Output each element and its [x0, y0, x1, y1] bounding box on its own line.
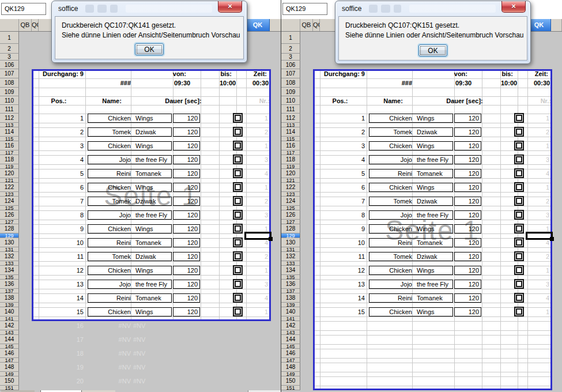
- row-header-129[interactable]: 129: [0, 233, 19, 238]
- row-header-3[interactable]: 3: [0, 54, 19, 61]
- cell-nv-a[interactable]: #NV: [103, 321, 131, 330]
- ok-button[interactable]: OK: [135, 43, 164, 55]
- row-header-127[interactable]: 127: [281, 220, 300, 224]
- row-header-117[interactable]: 117: [0, 150, 19, 155]
- row-header-118[interactable]: 118: [281, 155, 300, 164]
- row-header-110[interactable]: 110: [281, 96, 300, 105]
- row-header-138[interactable]: 138: [281, 293, 300, 303]
- row-header-110[interactable]: 110: [0, 96, 19, 105]
- cell-nv-a[interactable]: #NV: [103, 349, 131, 358]
- row-header-2[interactable]: 2: [0, 44, 19, 54]
- cell-nv-b[interactable]: #NV: [133, 349, 173, 358]
- row-header-117[interactable]: 117: [281, 150, 300, 155]
- row-header-145[interactable]: 145: [0, 344, 19, 349]
- row-header-120[interactable]: 120: [0, 169, 19, 178]
- row-header-114[interactable]: 114: [0, 127, 19, 137]
- row-header-124[interactable]: 124: [0, 197, 19, 206]
- row-header-138[interactable]: 138: [0, 293, 19, 303]
- cell-nv-pos[interactable]: 19: [55, 363, 84, 372]
- row-header-137[interactable]: 137: [0, 289, 19, 293]
- row-header-109[interactable]: 109: [281, 88, 300, 96]
- cell-nv-a[interactable]: #NV: [103, 335, 131, 344]
- row-header-140[interactable]: 140: [0, 307, 19, 316]
- row-header-134[interactable]: 134: [281, 266, 300, 275]
- dialog-titlebar[interactable]: soffice ×: [335, 1, 530, 16]
- row-header-112[interactable]: 112: [0, 114, 19, 123]
- row-header-111[interactable]: 111: [281, 105, 300, 114]
- row-header-141[interactable]: 141: [281, 316, 300, 321]
- cell-nv-b[interactable]: #NV: [133, 321, 173, 330]
- row-header-151[interactable]: 151: [0, 386, 19, 390]
- row-header-124[interactable]: 124: [281, 197, 300, 206]
- row-header-107[interactable]: 107: [281, 69, 300, 78]
- row-header-122[interactable]: 122: [0, 183, 19, 192]
- row-header-113[interactable]: 113: [281, 123, 300, 127]
- row-header-115[interactable]: 115: [281, 137, 300, 141]
- row-header-132[interactable]: 132: [0, 252, 19, 261]
- row-header-122[interactable]: 122: [281, 183, 300, 192]
- row-header-142[interactable]: 142: [281, 321, 300, 330]
- cell-nv-b[interactable]: #NV: [133, 335, 173, 344]
- row-header-131[interactable]: 131: [0, 247, 19, 252]
- row-header-3[interactable]: 3: [281, 54, 300, 61]
- row-header-2[interactable]: 2: [281, 44, 300, 54]
- row-header-139[interactable]: 139: [281, 303, 300, 307]
- row-header-106[interactable]: 106: [0, 61, 19, 69]
- row-header-150[interactable]: 150: [281, 376, 300, 386]
- cell-nv-a[interactable]: #NV: [103, 363, 131, 372]
- row-header-140[interactable]: 140: [281, 307, 300, 316]
- row-header-133[interactable]: 133: [281, 261, 300, 266]
- row-header-143[interactable]: 143: [0, 330, 19, 335]
- row-header-144[interactable]: 144: [0, 335, 19, 344]
- row-header-123[interactable]: 123: [281, 192, 300, 197]
- row-header-123[interactable]: 123: [0, 192, 19, 197]
- row-header-125[interactable]: 125: [281, 206, 300, 210]
- row-header-135[interactable]: 135: [281, 275, 300, 280]
- row-header-147[interactable]: 147: [0, 358, 19, 363]
- row-header-148[interactable]: 148: [0, 363, 19, 372]
- row-header-107[interactable]: 107: [0, 69, 19, 78]
- row-header-121[interactable]: 121: [0, 178, 19, 183]
- close-button[interactable]: ×: [218, 1, 242, 13]
- row-header-143[interactable]: 143: [281, 330, 300, 335]
- ok-button[interactable]: OK: [418, 44, 447, 56]
- row-header-129[interactable]: 129: [281, 233, 300, 238]
- row-header-106[interactable]: 106: [281, 61, 300, 69]
- row-header-133[interactable]: 133: [0, 261, 19, 266]
- close-button[interactable]: ×: [501, 1, 526, 13]
- row-header-136[interactable]: 136: [0, 280, 19, 289]
- row-header-118[interactable]: 118: [0, 155, 19, 164]
- row-header-128[interactable]: 128: [0, 224, 19, 233]
- cell-nv-pos[interactable]: 18: [55, 349, 84, 358]
- row-header-1[interactable]: 1: [281, 32, 300, 44]
- row-header-148[interactable]: 148: [281, 363, 300, 372]
- row-header-145[interactable]: 145: [281, 344, 300, 349]
- cell-nv-a[interactable]: #NV: [103, 376, 131, 386]
- row-header-130[interactable]: 130: [0, 238, 19, 247]
- row-header-108[interactable]: 108: [0, 78, 19, 88]
- row-header-149[interactable]: 149: [0, 372, 19, 376]
- row-header-114[interactable]: 114: [281, 127, 300, 137]
- row-header-113[interactable]: 113: [0, 123, 19, 127]
- row-header-108[interactable]: 108: [281, 78, 300, 88]
- row-header-112[interactable]: 112: [281, 114, 300, 123]
- row-header-120[interactable]: 120: [281, 169, 300, 178]
- row-header-146[interactable]: 146: [0, 349, 19, 358]
- row-header-136[interactable]: 136: [281, 280, 300, 289]
- dialog-titlebar[interactable]: soffice ×: [52, 1, 247, 16]
- row-header-126[interactable]: 126: [0, 210, 19, 220]
- row-header-116[interactable]: 116: [0, 141, 19, 150]
- row-header-132[interactable]: 132: [281, 252, 300, 261]
- cell-nv-pos[interactable]: 17: [55, 335, 84, 344]
- row-header-146[interactable]: 146: [281, 349, 300, 358]
- row-header-134[interactable]: 134: [0, 266, 19, 275]
- row-header-139[interactable]: 139: [0, 303, 19, 307]
- row-header-130[interactable]: 130: [281, 238, 300, 247]
- row-header-115[interactable]: 115: [0, 137, 19, 141]
- row-header-128[interactable]: 128: [281, 224, 300, 233]
- row-header-126[interactable]: 126: [281, 210, 300, 220]
- row-header-135[interactable]: 135: [0, 275, 19, 280]
- row-header-116[interactable]: 116: [281, 141, 300, 150]
- row-header-1[interactable]: 1: [0, 32, 19, 44]
- cell-nv-b[interactable]: #NV: [133, 376, 173, 386]
